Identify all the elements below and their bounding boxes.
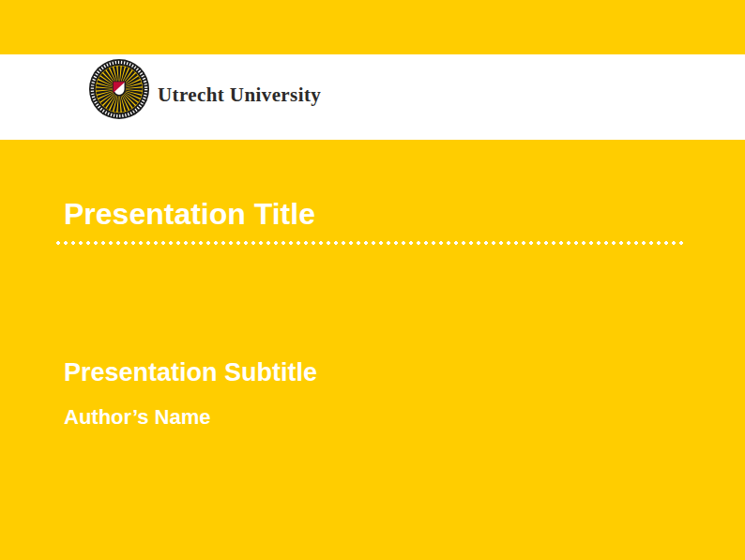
author-name: Author’s Name (64, 407, 210, 428)
presentation-subtitle: Presentation Subtitle (64, 360, 317, 386)
logo-band: Utrecht University (0, 54, 745, 140)
utrecht-university-seal-icon (88, 58, 150, 120)
title-separator-dots (56, 241, 685, 245)
title-slide: Utrecht University Presentation Title Pr… (0, 0, 745, 560)
university-wordmark: Utrecht University (158, 85, 321, 105)
presentation-title: Presentation Title (64, 199, 315, 229)
